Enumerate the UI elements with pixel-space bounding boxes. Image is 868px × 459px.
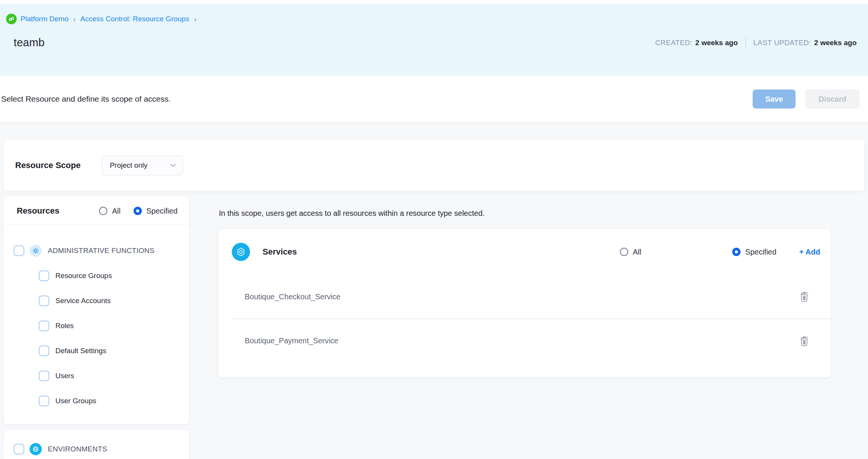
service-row: Boutique_Payment_Service [233, 319, 831, 363]
checkbox[interactable] [39, 270, 49, 281]
checkbox[interactable] [14, 444, 24, 454]
resource-scope-dropdown[interactable]: Project only [102, 156, 183, 175]
meta-divider [745, 38, 746, 48]
last-updated-value: 2 weeks ago [814, 39, 857, 47]
resource-child-row[interactable]: Users [39, 363, 181, 388]
service-list: Boutique_Checkout_Service Boutique_Payme… [233, 275, 831, 366]
resource-group-row-environments[interactable]: ENVIRONMENTS [14, 441, 181, 457]
resources-radio-all-label: All [112, 207, 120, 215]
services-radio-all[interactable]: All [620, 248, 641, 256]
chevron-down-icon [170, 162, 176, 169]
services-card-header: Services All Specified + Add [218, 229, 831, 275]
resource-child-row[interactable]: Service Accounts [39, 288, 181, 313]
title-row: teamb CREATED: 2 weeks ago LAST UPDATED:… [6, 36, 859, 49]
resource-group-label: ENVIRONMENTS [48, 445, 107, 453]
scope-description: In this scope, users get access to all r… [219, 209, 831, 218]
discard-button[interactable]: Discard [805, 90, 860, 108]
services-scope-controls: All Specified + Add [620, 248, 820, 256]
resources-title: Resources [17, 206, 60, 216]
page-header: Platform Demo › Access Control: Resource… [0, 4, 868, 76]
admin-functions-children: Resource Groups Service Accounts Roles [14, 263, 181, 413]
radio-unchecked-icon[interactable] [99, 207, 107, 215]
trash-icon[interactable] [799, 335, 809, 347]
checkbox[interactable] [39, 296, 49, 306]
resource-child-label: Roles [55, 322, 74, 330]
checkbox[interactable] [39, 371, 49, 381]
resource-child-label: User Groups [55, 397, 96, 405]
breadcrumb-separator: › [72, 14, 77, 24]
page: Platform Demo › Access Control: Resource… [0, 0, 868, 459]
breadcrumb-separator: › [193, 14, 197, 24]
resource-child-label: Service Accounts [55, 297, 111, 305]
radio-checked-icon[interactable] [732, 248, 741, 256]
checkbox[interactable] [14, 245, 24, 256]
radio-checked-icon[interactable] [134, 207, 142, 215]
created-label: CREATED: [655, 39, 692, 47]
resource-group-row-admin-functions[interactable]: ADMINISTRATIVE FUNCTIONS [14, 238, 181, 263]
services-icon [232, 243, 250, 261]
trash-icon[interactable] [799, 291, 809, 302]
resources-sidebar: Resources All Specified [4, 196, 189, 459]
resources-radio-specified-label: Specified [146, 207, 178, 215]
resource-scope-card: Resource Scope Project only [4, 140, 864, 191]
resource-type-list: ADMINISTRATIVE FUNCTIONS Resource Groups [4, 225, 189, 424]
scope-detail-panel: In this scope, users get access to all r… [218, 196, 831, 377]
resource-scope-selected-value: Project only [110, 161, 147, 170]
last-updated-label: LAST UPDATED: [753, 39, 811, 47]
save-button[interactable]: Save [753, 90, 796, 108]
service-name: Boutique_Checkout_Service [245, 292, 340, 301]
resource-child-row[interactable]: Default Settings [39, 338, 181, 363]
checkbox[interactable] [39, 396, 49, 406]
resource-child-row[interactable]: Roles [39, 313, 181, 338]
main-content: Resources All Specified [4, 196, 831, 459]
admin-functions-icon [30, 245, 42, 257]
services-radio-specified-label: Specified [745, 248, 776, 256]
resource-child-row[interactable]: User Groups [39, 388, 181, 413]
page-title: teamb [14, 36, 45, 49]
breadcrumb-link-resource-groups[interactable]: Access Control: Resource Groups [80, 15, 189, 23]
resource-child-label: Users [55, 372, 74, 380]
action-bar: Select Resource and define its scope of … [0, 76, 868, 122]
checkbox[interactable] [39, 346, 49, 356]
services-radio-all-label: All [633, 248, 641, 256]
resource-child-row[interactable]: Resource Groups [39, 263, 181, 288]
resource-scope-label: Resource Scope [15, 160, 80, 170]
environments-card: ENVIRONMENTS [4, 430, 189, 459]
services-card-bottom-padding [218, 366, 831, 377]
service-row: Boutique_Checkout_Service [233, 275, 831, 319]
action-bar-description: Select Resource and define its scope of … [1, 94, 171, 104]
add-service-button[interactable]: + Add [799, 248, 820, 256]
environments-icon [30, 443, 42, 455]
resource-child-label: Resource Groups [55, 272, 112, 280]
checkbox[interactable] [39, 321, 49, 331]
breadcrumb-link-platform-demo[interactable]: Platform Demo [20, 15, 69, 23]
record-meta: CREATED: 2 weeks ago LAST UPDATED: 2 wee… [655, 38, 857, 48]
services-radio-specified[interactable]: Specified [732, 248, 776, 256]
service-name: Boutique_Payment_Service [245, 336, 338, 345]
breadcrumb: Platform Demo › Access Control: Resource… [6, 14, 859, 24]
resources-header: Resources All Specified [4, 196, 189, 225]
platform-logo-icon [6, 14, 17, 24]
resources-radio-all[interactable]: All [99, 207, 120, 215]
resource-child-label: Default Settings [55, 347, 106, 355]
services-title: Services [263, 247, 297, 257]
radio-unchecked-icon[interactable] [620, 248, 628, 256]
resources-scope-radio-group: All Specified [99, 207, 178, 215]
window-top-strip [0, 0, 868, 4]
resources-card: Resources All Specified [4, 196, 189, 424]
resource-group-label: ADMINISTRATIVE FUNCTIONS [48, 247, 154, 255]
created-value: 2 weeks ago [695, 39, 738, 47]
services-card: Services All Specified + Add [218, 229, 831, 377]
resources-radio-specified[interactable]: Specified [134, 207, 178, 215]
